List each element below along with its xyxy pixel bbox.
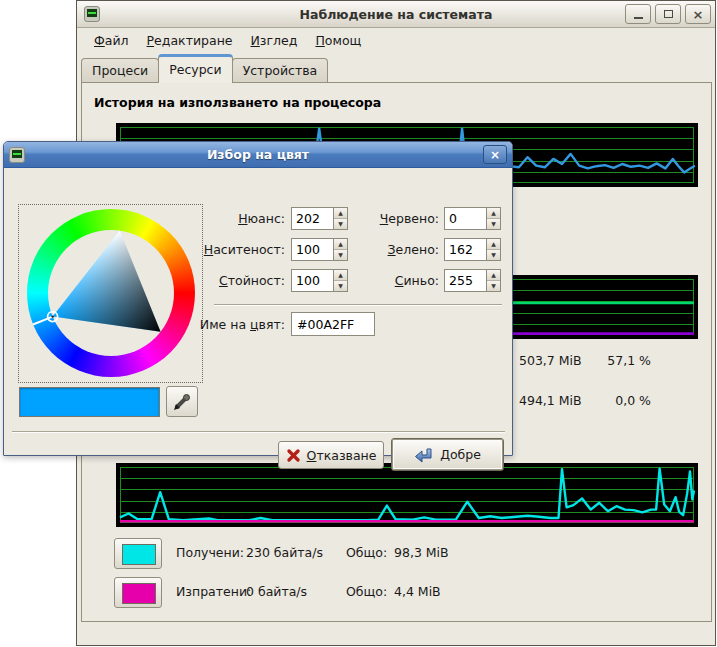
sent-color-swatch [122,583,156,604]
cancel-button[interactable]: Отказване [278,441,384,469]
received-total: 98,3 MiB [394,545,449,560]
sent-total-label: Общо: [346,584,387,599]
value-input[interactable] [291,269,333,292]
green-input[interactable] [444,238,486,261]
tab-devices[interactable]: Устройства [232,58,329,83]
ok-label: Добре [440,447,481,462]
memory-used-percent: 57,1 % [571,353,651,368]
selected-color-preview [19,387,160,417]
green-spinner: ▲▼ [444,238,501,261]
network-history-chart [116,463,698,527]
saturation-up-icon[interactable]: ▲ [334,239,347,249]
red-label: Червено: [349,207,439,231]
sent-label: Изпратени: [176,584,251,599]
color-picker-dialog: Избор на цвят × [3,141,513,456]
tab-resources[interactable]: Ресурси [158,54,232,83]
eyedropper-button[interactable] [166,386,198,417]
received-total-label: Общо: [346,545,387,560]
menu-file[interactable]: Файл [85,29,138,52]
fields-separator [214,304,502,306]
red-spinner: ▲▼ [444,207,501,230]
sent-color-button[interactable] [114,577,162,608]
cancel-icon [286,448,301,463]
color-name-input[interactable] [291,312,375,336]
cpu-history-title: История на използването на процесора [94,95,381,110]
dialog-title: Избор на цвят [4,147,512,162]
swap-used-percent: 0,0 % [571,393,651,408]
hue-spinner: ▲▼ [291,207,348,230]
blue-up-icon[interactable]: ▲ [487,270,500,280]
value-spinner: ▲▼ [291,269,348,292]
action-separator [12,431,505,433]
color-name-label: Име на цвят: [190,313,285,337]
ok-button[interactable]: Добре [391,438,504,471]
minimize-button[interactable] [625,4,651,24]
dialog-close-button[interactable]: × [483,145,507,164]
maximize-button[interactable] [655,4,681,24]
value-label: Стойност: [190,269,285,293]
blue-down-icon[interactable]: ▼ [487,280,500,291]
red-input[interactable] [444,207,486,230]
saturation-spinner: ▲▼ [291,238,348,261]
green-label: Зелено: [349,238,439,262]
tab-processes[interactable]: Процеси [81,58,159,83]
menubar: Файл Редактиране Изглед Помощ [77,27,715,53]
system-monitor-icon [84,6,100,22]
close-icon: × [693,8,704,21]
menu-help[interactable]: Помощ [306,29,370,52]
color-wheel-area [18,204,203,383]
hsv-triangle[interactable] [27,209,195,377]
minimize-icon [634,17,643,19]
sv-selector-dot [51,315,53,317]
dialog-titlebar[interactable]: Избор на цвят × [4,142,512,168]
main-window-title: Наблюдение на системата [77,7,715,22]
hue-down-icon[interactable]: ▼ [334,218,347,229]
cancel-label: Отказване [307,448,377,463]
red-up-icon[interactable]: ▲ [487,208,500,218]
desktop: Наблюдение на системата × Файл Редактира… [0,0,717,647]
menu-edit[interactable]: Редактиране [138,29,242,52]
blue-spinner: ▲▼ [444,269,501,292]
hue-label: Нюанс: [190,207,285,231]
green-up-icon[interactable]: ▲ [487,239,500,249]
dialog-body: Нюанс: ▲▼ Наситеност: ▲▼ Стойност: ▲▼ Че… [4,167,512,455]
ok-icon [414,446,434,463]
sent-total: 4,4 MiB [394,584,441,599]
dialog-close-icon: × [490,148,500,162]
tabbar: Процеси Ресурси Устройства [81,53,327,83]
eyedropper-icon [172,392,192,412]
blue-label: Синьо: [349,269,439,293]
close-button[interactable]: × [685,4,711,24]
received-color-button[interactable] [114,538,162,569]
dialog-icon [9,147,25,163]
hue-ring[interactable] [27,209,195,377]
saturation-label: Наситеност: [190,238,285,262]
saturation-input[interactable] [291,238,333,261]
received-label: Получени: [176,545,244,560]
sent-rate: 0 байта/s [246,584,307,599]
green-down-icon[interactable]: ▼ [487,249,500,260]
maximize-icon [664,10,673,18]
hue-up-icon[interactable]: ▲ [334,208,347,218]
menu-view[interactable]: Изглед [242,29,307,52]
hue-input[interactable] [291,207,333,230]
saturation-down-icon[interactable]: ▼ [334,249,347,260]
value-down-icon[interactable]: ▼ [334,280,347,291]
main-titlebar[interactable]: Наблюдение на системата × [77,1,715,28]
red-down-icon[interactable]: ▼ [487,218,500,229]
received-color-swatch [122,544,156,565]
blue-input[interactable] [444,269,486,292]
value-up-icon[interactable]: ▲ [334,270,347,280]
received-rate: 230 байта/s [246,545,323,560]
